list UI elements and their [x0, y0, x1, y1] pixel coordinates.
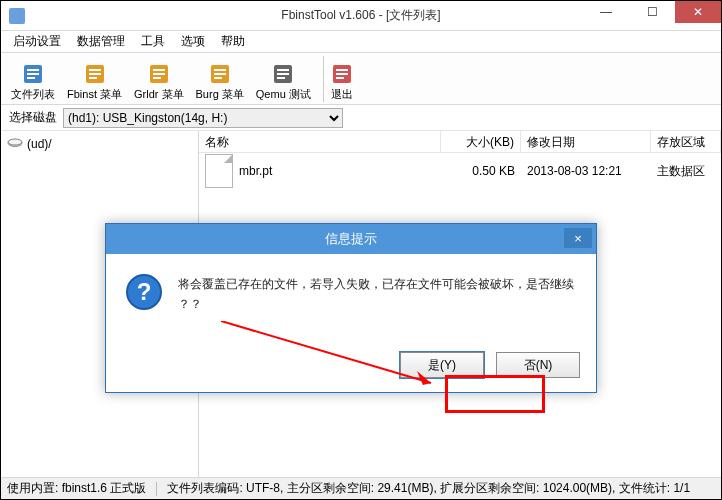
- maximize-button[interactable]: ☐: [629, 1, 675, 23]
- file-list-icon: [21, 62, 45, 86]
- column-headers: 名称 大小(KB) 修改日期 存放区域: [199, 131, 721, 153]
- menu-item[interactable]: 工具: [133, 31, 173, 52]
- menu-item[interactable]: 帮助: [213, 31, 253, 52]
- svg-rect-10: [153, 73, 165, 75]
- menu-item[interactable]: 选项: [173, 31, 213, 52]
- svg-rect-22: [336, 73, 348, 75]
- menu-item[interactable]: 数据管理: [69, 31, 133, 52]
- yes-button[interactable]: 是(Y): [400, 352, 484, 378]
- status-left: 使用内置: fbinst1.6 正式版: [7, 480, 146, 497]
- toolbar-button-label: 文件列表: [11, 89, 55, 100]
- toolbar-button-label: 退出: [331, 89, 353, 100]
- svg-rect-21: [336, 69, 348, 71]
- svg-rect-23: [336, 77, 344, 79]
- svg-rect-9: [153, 69, 165, 71]
- svg-rect-15: [214, 77, 222, 79]
- toolbar: 文件列表Fbinst 菜单Grldr 菜单Burg 菜单Qemu 测试退出: [1, 53, 721, 105]
- toolbar-button-label: Fbinst 菜单: [67, 89, 122, 100]
- col-name[interactable]: 名称: [199, 131, 441, 152]
- toolbar-group: 文件列表Fbinst 菜单Grldr 菜单Burg 菜单Qemu 测试: [7, 56, 324, 102]
- qemu-test-icon: [271, 62, 295, 86]
- dialog-buttons: 是(Y) 否(N): [106, 344, 596, 392]
- file-icon: [205, 154, 233, 188]
- svg-rect-1: [27, 69, 39, 71]
- toolbar-group: 退出: [326, 56, 366, 102]
- svg-point-25: [8, 139, 22, 145]
- svg-rect-13: [214, 69, 226, 71]
- grldr-menu-icon: [147, 62, 171, 86]
- grldr-menu-button[interactable]: Grldr 菜单: [130, 60, 188, 102]
- dialog-close-button[interactable]: ×: [564, 228, 592, 248]
- file-size: 0.50 KB: [441, 164, 521, 178]
- status-right: 文件列表编码: UTF-8, 主分区剩余空间: 29.41(MB), 扩展分区剩…: [167, 480, 690, 497]
- toolbar-button-label: Grldr 菜单: [134, 89, 184, 100]
- exit-icon: [330, 62, 354, 86]
- exit-button[interactable]: 退出: [326, 60, 358, 102]
- tree-root-node[interactable]: (ud)/: [5, 135, 194, 153]
- file-list-button[interactable]: 文件列表: [7, 60, 59, 102]
- disk-selector-bar: 选择磁盘 (hd1): USB_Kingston(14g, H:): [1, 105, 721, 131]
- tree-root-label: (ud)/: [27, 137, 52, 151]
- svg-rect-14: [214, 73, 226, 75]
- drive-icon: [7, 137, 23, 151]
- svg-rect-11: [153, 77, 161, 79]
- window-titlebar: FbinstTool v1.606 - [文件列表] — ☐ ✕: [1, 1, 721, 31]
- toolbar-button-label: Qemu 测试: [256, 89, 311, 100]
- minimize-button[interactable]: —: [583, 1, 629, 23]
- burg-menu-button[interactable]: Burg 菜单: [192, 60, 248, 102]
- dialog-body: ? 将会覆盖已存在的文件，若导入失败，已存在文件可能会被破坏，是否继续 ？？: [106, 254, 596, 344]
- disk-label: 选择磁盘: [9, 109, 57, 126]
- dialog-title: 信息提示: [325, 230, 377, 248]
- window-controls: — ☐ ✕: [583, 1, 721, 23]
- svg-rect-3: [27, 77, 35, 79]
- table-row[interactable]: mbr.pt0.50 KB2013-08-03 12:21主数据区: [199, 153, 721, 189]
- question-icon: ?: [126, 274, 162, 310]
- file-zone: 主数据区: [651, 163, 721, 180]
- col-size[interactable]: 大小(KB): [441, 131, 521, 152]
- svg-rect-2: [27, 73, 39, 75]
- svg-rect-18: [277, 73, 289, 75]
- confirm-dialog: 信息提示 × ? 将会覆盖已存在的文件，若导入失败，已存在文件可能会被破坏，是否…: [105, 223, 597, 393]
- col-date[interactable]: 修改日期: [521, 131, 651, 152]
- status-bar: 使用内置: fbinst1.6 正式版 文件列表编码: UTF-8, 主分区剩余…: [1, 477, 721, 499]
- file-name: mbr.pt: [239, 164, 272, 178]
- fbinst-menu-button[interactable]: Fbinst 菜单: [63, 60, 126, 102]
- svg-rect-5: [89, 69, 101, 71]
- file-date: 2013-08-03 12:21: [521, 164, 651, 178]
- menu-bar: 启动设置数据管理工具选项帮助: [1, 31, 721, 53]
- menu-item[interactable]: 启动设置: [5, 31, 69, 52]
- svg-rect-7: [89, 77, 97, 79]
- dialog-message: 将会覆盖已存在的文件，若导入失败，已存在文件可能会被破坏，是否继续 ？？: [178, 274, 576, 334]
- qemu-test-button[interactable]: Qemu 测试: [252, 60, 315, 102]
- svg-rect-17: [277, 69, 289, 71]
- col-zone[interactable]: 存放区域: [651, 131, 721, 152]
- dialog-titlebar: 信息提示 ×: [106, 224, 596, 254]
- svg-rect-6: [89, 73, 101, 75]
- disk-select[interactable]: (hd1): USB_Kingston(14g, H:): [63, 108, 343, 128]
- no-button[interactable]: 否(N): [496, 352, 580, 378]
- close-button[interactable]: ✕: [675, 1, 721, 23]
- svg-rect-19: [277, 77, 285, 79]
- toolbar-button-label: Burg 菜单: [196, 89, 244, 100]
- burg-menu-icon: [208, 62, 232, 86]
- fbinst-menu-icon: [83, 62, 107, 86]
